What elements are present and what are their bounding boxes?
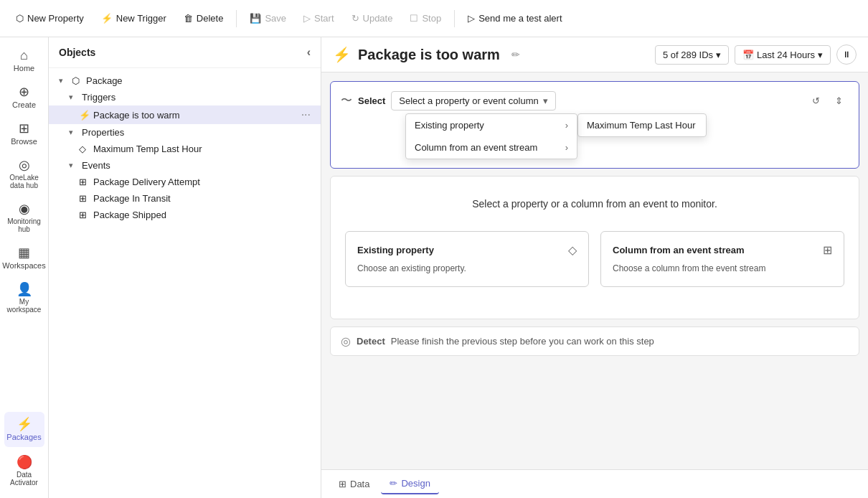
delete-icon: 🗑 <box>184 13 193 24</box>
stop-button[interactable]: ☐ Stop <box>402 9 448 28</box>
chevron-down-icon: ▾ <box>69 161 79 170</box>
existing-property-card[interactable]: Existing property ◇ Choose an existing p… <box>345 231 589 287</box>
submenu-arrow-icon: › <box>565 120 568 131</box>
ids-badge[interactable]: 5 of 289 IDs ▾ <box>655 45 729 65</box>
event-icon: ⊞ <box>79 177 90 187</box>
bottom-tabs: ⊞ Data ✏ Design <box>321 469 868 498</box>
new-trigger-button[interactable]: ⚡ New Trigger <box>94 9 174 28</box>
existing-property-card-header: Existing property ◇ <box>357 243 577 257</box>
dropdown-column-event[interactable]: Column from an event stream › <box>406 136 577 159</box>
sidebar-item-home[interactable]: ⌂ Home <box>4 43 44 78</box>
property-dropdown[interactable]: Select a property or event column ▾ <box>391 91 555 111</box>
tree-item-properties[interactable]: ▾ Properties <box>49 124 321 141</box>
tree-item-package[interactable]: ▾ ⬡ Package <box>49 72 321 89</box>
data-activator-icon: 🔴 <box>16 456 32 469</box>
chevron-down-icon: ▾ <box>69 93 79 102</box>
event-icon-shipped: ⊞ <box>79 210 90 220</box>
select-row: 〜 Select Select a property or event colu… <box>341 90 849 111</box>
tree-item-delivery-attempt[interactable]: ⊞ Package Delivery Attempt <box>49 174 321 190</box>
ids-count: 5 of 289 IDs <box>663 50 713 60</box>
detect-label: Detect <box>357 336 385 347</box>
chevron-down-icon: ▾ <box>69 128 79 137</box>
content-header-controls: 5 of 289 IDs ▾ 📅 Last 24 Hours ▾ ⏸ <box>655 44 857 65</box>
objects-title: Objects <box>59 47 95 58</box>
objects-header: Objects ‹ <box>49 37 321 68</box>
dropdown-popup: Existing property › Column from an event… <box>405 113 849 159</box>
event-icon-transit: ⊞ <box>79 193 90 204</box>
expand-button[interactable]: ⇕ <box>829 90 849 111</box>
new-trigger-icon: ⚡ <box>101 13 113 24</box>
sidebar-item-browse[interactable]: ⊞ Browse <box>4 116 44 151</box>
monitor-prompt: Select a property or a column from an ev… <box>472 198 717 210</box>
workspaces-icon: ▦ <box>18 246 30 259</box>
monitor-body: Select a property or a column from an ev… <box>330 176 859 319</box>
event-stream-card-icon: ⊞ <box>823 243 832 257</box>
package-icon: ⬡ <box>72 75 83 86</box>
start-button[interactable]: ▷ Start <box>296 9 341 28</box>
pause-icon: ⏸ <box>842 50 851 60</box>
sidebar-item-data-activator[interactable]: 🔴 Data Activator <box>4 450 44 492</box>
existing-property-card-desc: Choose an existing property. <box>357 263 577 275</box>
event-stream-card-header: Column from an event stream ⊞ <box>613 243 832 257</box>
tree-item-events[interactable]: ▾ Events <box>49 157 321 174</box>
stop-icon: ☐ <box>410 13 418 24</box>
new-property-button[interactable]: ⬡ New Property <box>9 9 91 28</box>
more-options-button[interactable]: ··· <box>301 108 311 121</box>
content-scroll: 〜 Select Select a property or event colu… <box>321 72 868 469</box>
test-alert-icon: ▷ <box>468 13 475 24</box>
update-button[interactable]: ↻ Update <box>344 9 400 28</box>
column-event-label: Column from an event stream <box>415 142 537 153</box>
new-property-icon: ⬡ <box>16 13 24 24</box>
sidebar-item-monitoring[interactable]: ◉ Monitoring hub <box>4 197 44 239</box>
submenu-item-max-temp[interactable]: Maximum Temp Last Hour <box>578 114 706 136</box>
browse-icon: ⊞ <box>19 122 29 135</box>
chevron-down-icon: ▾ <box>59 76 69 85</box>
packages-icon: ⚡ <box>16 418 32 431</box>
event-stream-card-title: Column from an event stream <box>613 245 745 255</box>
tree-item-max-temp[interactable]: ◇ Maximum Temp Last Hour <box>49 141 321 157</box>
tree-item-in-transit[interactable]: ⊞ Package In Transit <box>49 190 321 207</box>
main-layout: ⌂ Home ⊕ Create ⊞ Browse ◎ OneLake data … <box>0 37 868 498</box>
sidebar-item-packages[interactable]: ⚡ Packages <box>4 412 44 447</box>
test-alert-button[interactable]: ▷ Send me a test alert <box>461 9 569 28</box>
content-header: ⚡ Package is too warm ✏ 5 of 289 IDs ▾ 📅… <box>321 37 868 72</box>
existing-property-label: Existing property <box>415 120 484 131</box>
dropdown-menu: Existing property › Column from an event… <box>405 113 577 159</box>
content-title: Package is too warm <box>358 47 500 63</box>
sidebar-item-my-workspace[interactable]: 👤 My workspace <box>4 277 44 319</box>
detect-bar: ◎ Detect Please finish the previous step… <box>330 326 859 356</box>
save-button[interactable]: 💾 Save <box>242 9 293 28</box>
tree-item-active-trigger[interactable]: ⚡ Package is too warm ··· <box>49 105 321 124</box>
tab-data[interactable]: ⊞ Data <box>330 474 378 494</box>
select-label: Select <box>358 95 385 106</box>
pause-button[interactable]: ⏸ <box>836 44 857 65</box>
monitoring-icon: ◉ <box>19 202 30 215</box>
dropdown-existing-property[interactable]: Existing property › <box>406 114 577 136</box>
design-tab-icon: ✏ <box>390 478 397 489</box>
tree-item-triggers[interactable]: ▾ Triggers <box>49 89 321 105</box>
existing-property-card-icon: ◇ <box>568 243 577 257</box>
property-icon: ◇ <box>79 144 90 154</box>
select-card: 〜 Select Select a property or event colu… <box>330 81 859 169</box>
sidebar-item-onelake[interactable]: ◎ OneLake data hub <box>4 153 44 195</box>
undo-button[interactable]: ↺ <box>806 90 826 111</box>
create-icon: ⊕ <box>19 85 29 98</box>
existing-property-card-title: Existing property <box>357 245 434 255</box>
tree-item-shipped[interactable]: ⊞ Package Shipped <box>49 207 321 223</box>
edit-title-button[interactable]: ✏ <box>511 49 520 60</box>
sidebar-item-workspaces[interactable]: ▦ Workspaces <box>4 240 44 276</box>
sidebar-item-create[interactable]: ⊕ Create <box>4 80 44 115</box>
home-icon: ⌂ <box>20 49 28 62</box>
time-range-badge[interactable]: 📅 Last 24 Hours ▾ <box>735 45 831 65</box>
event-stream-card[interactable]: Column from an event stream ⊞ Choose a c… <box>600 231 844 287</box>
data-tab-icon: ⊞ <box>339 479 346 489</box>
ids-chevron-icon: ▾ <box>716 50 721 60</box>
update-icon: ↻ <box>352 13 359 24</box>
calendar-icon: 📅 <box>742 50 754 60</box>
monitor-cards: Existing property ◇ Choose an existing p… <box>345 231 844 287</box>
tab-design[interactable]: ✏ Design <box>381 474 438 494</box>
collapse-panel-button[interactable]: ‹ <box>307 46 311 59</box>
delete-button[interactable]: 🗑 Delete <box>176 9 231 28</box>
content-title-icon: ⚡ <box>333 46 351 63</box>
dropdown-submenu: Maximum Temp Last Hour <box>577 113 707 137</box>
